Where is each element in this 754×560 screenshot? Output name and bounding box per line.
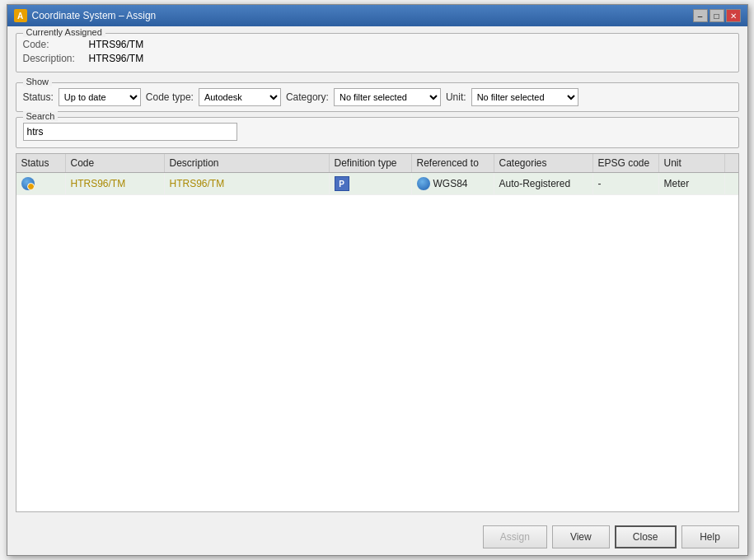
- col-unit: Unit: [659, 154, 725, 172]
- help-button[interactable]: Help: [681, 525, 739, 548]
- view-button[interactable]: View: [552, 525, 610, 548]
- category-label: Category:: [286, 91, 329, 103]
- table-body: HTRS96/TM HTRS96/TM P WGS84: [16, 173, 738, 511]
- codetype-label: Code type:: [146, 91, 194, 103]
- footer-buttons: Assign View Close Help: [7, 519, 747, 555]
- unit-label: Unit:: [446, 91, 466, 103]
- col-epsg-code: EPSG code: [593, 154, 659, 172]
- table-header: Status Code Description Definition type …: [16, 154, 738, 173]
- col-status: Status: [16, 154, 66, 172]
- code-value: HTRS96/TM: [89, 39, 144, 50]
- row-code: HTRS96/TM: [66, 173, 165, 194]
- app-icon: A: [14, 9, 27, 22]
- show-label: Show: [23, 77, 53, 86]
- title-bar: A Coordinate System – Assign – □ ✕: [7, 5, 747, 26]
- search-section: Search: [16, 117, 739, 148]
- currently-assigned-section: Currently Assigned Code: HTRS96/TM Descr…: [16, 33, 739, 72]
- search-label: Search: [23, 111, 59, 121]
- code-row: Code: HTRS96/TM: [23, 39, 732, 50]
- main-window: A Coordinate System – Assign – □ ✕ Curre…: [7, 4, 748, 556]
- status-label: Status:: [23, 91, 54, 103]
- col-code: Code: [66, 154, 165, 172]
- table-row[interactable]: HTRS96/TM HTRS96/TM P WGS84: [16, 173, 738, 195]
- row-definition-type: P: [330, 173, 412, 194]
- description-row: Description: HTRS96/TM: [23, 53, 732, 64]
- currently-assigned-label: Currently Assigned: [23, 27, 105, 37]
- description-label: Description:: [23, 53, 89, 64]
- description-value: HTRS96/TM: [89, 53, 144, 64]
- code-label: Code:: [23, 39, 89, 50]
- definition-type-icon: P: [335, 176, 349, 191]
- dialog-content: Currently Assigned Code: HTRS96/TM Descr…: [7, 26, 747, 519]
- col-categories: Categories: [494, 154, 593, 172]
- row-description: HTRS96/TM: [165, 173, 330, 194]
- unit-select[interactable]: No filter selected Meter Foot: [471, 88, 578, 106]
- ref-icon: [417, 177, 430, 190]
- show-row: Status: Up to date All Outdated Code typ…: [23, 88, 732, 106]
- minimize-button[interactable]: –: [693, 9, 708, 22]
- assign-button[interactable]: Assign: [483, 525, 547, 548]
- row-status: [16, 173, 66, 194]
- category-select[interactable]: No filter selected Projected Geographic: [334, 88, 441, 106]
- close-button[interactable]: Close: [615, 525, 677, 548]
- maximize-button[interactable]: □: [710, 9, 724, 22]
- status-select[interactable]: Up to date All Outdated: [59, 88, 141, 106]
- codetype-select[interactable]: Autodesk EPSG All: [199, 88, 281, 106]
- row-referenced-to: WGS84: [412, 173, 494, 194]
- col-description: Description: [165, 154, 330, 172]
- results-table: Status Code Description Definition type …: [16, 153, 739, 512]
- close-window-button[interactable]: ✕: [726, 9, 741, 22]
- show-section: Show Status: Up to date All Outdated Cod…: [16, 82, 739, 112]
- window-controls: – □ ✕: [693, 9, 741, 22]
- status-icon: [21, 177, 35, 190]
- row-epsg-code: -: [593, 173, 659, 194]
- search-input[interactable]: [23, 123, 237, 141]
- row-unit: Meter: [659, 173, 725, 194]
- row-categories: Auto-Registered: [494, 173, 593, 194]
- col-definition-type: Definition type: [330, 154, 412, 172]
- col-referenced-to: Referenced to: [412, 154, 494, 172]
- window-title: Coordinate System – Assign: [32, 10, 693, 21]
